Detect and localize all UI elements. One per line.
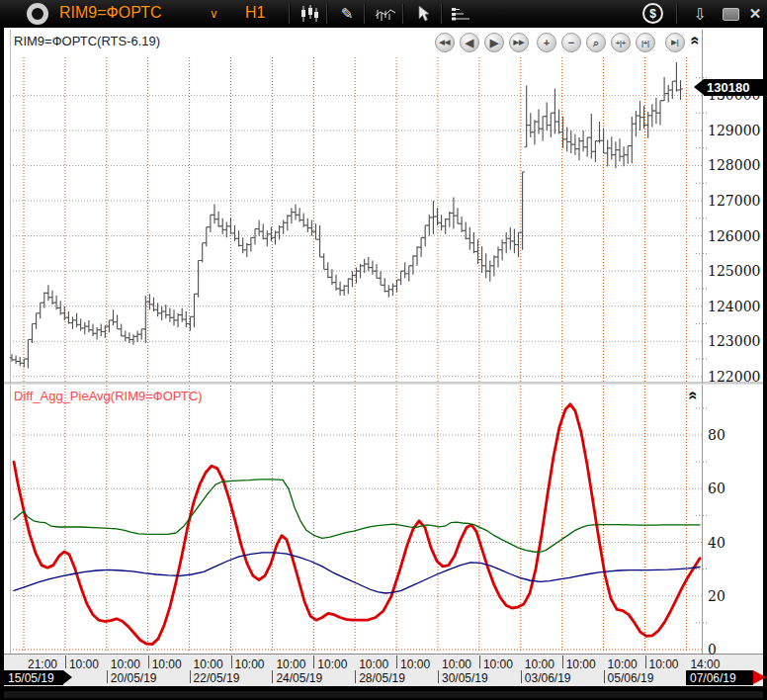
time-axis-tick xyxy=(562,656,563,668)
toolbar-separator xyxy=(364,4,366,24)
collapse-pane-icon[interactable]: » xyxy=(685,388,701,403)
time-axis-label: 10:00 xyxy=(359,657,388,671)
indicator-axis-label: 60 xyxy=(708,481,725,496)
window-bottom-edge xyxy=(4,691,763,698)
toolbar-separator xyxy=(326,4,328,24)
maximize-icon[interactable] xyxy=(723,8,739,21)
date-axis-label: 28/05/19 xyxy=(359,671,405,685)
levels-icon[interactable] xyxy=(447,3,474,25)
dollar-icon[interactable]: $ xyxy=(642,3,663,24)
indicator-axis-label: 20 xyxy=(708,588,725,604)
candlestick-chart-icon[interactable] xyxy=(296,3,323,25)
toolbar-separator xyxy=(441,4,443,24)
date-axis-label: 03/06/19 xyxy=(525,671,571,685)
price-axis-label: 122000 xyxy=(708,369,760,385)
download-arrow-icon[interactable]: ⇩ xyxy=(686,3,714,25)
price-axis-label: 128000 xyxy=(708,157,760,173)
time-axis-label: 10:00 xyxy=(400,657,430,671)
time-axis-tick xyxy=(645,656,646,668)
time-axis-tick xyxy=(65,656,66,668)
indicator-axis-label: 0 xyxy=(708,642,717,657)
price-axis-label: 124000 xyxy=(708,299,760,314)
price-axis-label: 127000 xyxy=(708,193,760,209)
time-axis-label: 14:00 xyxy=(690,657,720,671)
date-axis-label: 05/06/19 xyxy=(608,671,654,685)
toolbar-separator xyxy=(676,4,678,24)
date-axis-tick xyxy=(521,670,522,683)
title-bar: RIM9=ФОРТС ∨ H1 ✎ xyxy=(0,0,767,29)
date-axis-tick xyxy=(355,670,356,683)
main-pane-title: RIM9=ФОРТС(RTS-6.19) xyxy=(14,34,160,48)
time-axis-tick xyxy=(396,656,397,668)
toolbar-separator xyxy=(402,4,404,24)
time-axis-label: 10:00 xyxy=(442,657,471,671)
chevron-down-icon[interactable]: ∨ xyxy=(210,7,218,21)
price-axis-label: 123000 xyxy=(708,333,760,349)
time-axis-label: 10:00 xyxy=(111,657,140,671)
date-badge-start: 15/05/19 xyxy=(4,670,63,685)
time-axis-label: 10:00 xyxy=(317,657,347,671)
app-logo-ring-icon xyxy=(27,3,48,25)
date-axis-label: 30/05/19 xyxy=(442,671,488,685)
time-axis-label: 10:00 xyxy=(194,657,223,671)
chart-surface[interactable] xyxy=(4,28,763,654)
time-axis-tick xyxy=(148,656,149,668)
compress-horizontal-button[interactable]: +|+ xyxy=(611,33,631,52)
toolbar-separator xyxy=(289,4,291,24)
date-badge-red-arrow-icon xyxy=(753,670,766,684)
time-axis-label: 10:00 xyxy=(649,657,679,671)
date-axis-tick xyxy=(272,670,273,683)
price-axis-label: 126000 xyxy=(708,228,760,244)
collapse-pane-icon[interactable]: » xyxy=(687,33,703,48)
zoom-in-button[interactable]: + xyxy=(537,33,556,52)
time-axis-label: 10:00 xyxy=(152,657,182,671)
zoom-box-button[interactable]: ⌕ xyxy=(586,33,606,52)
zoom-out-button[interactable]: − xyxy=(561,33,581,52)
step-back-button[interactable]: ◀ xyxy=(460,33,479,52)
date-axis-label: 20/05/19 xyxy=(111,671,157,685)
time-axis-tick xyxy=(231,656,232,668)
fast-forward-button[interactable]: ▶▶ xyxy=(509,33,529,52)
time-axis-label: 21:00 xyxy=(28,657,57,671)
close-icon[interactable]: ✕ xyxy=(741,3,767,25)
step-forward-button[interactable]: ▶ xyxy=(484,33,504,52)
date-axis-tick xyxy=(438,670,439,683)
indicator-icon[interactable] xyxy=(372,3,399,25)
date-badge-end: 07/06/19 xyxy=(686,670,753,685)
price-axis-label: 125000 xyxy=(708,263,760,279)
date-axis-tick xyxy=(107,670,108,683)
date-axis-label: 22/05/19 xyxy=(194,671,240,685)
fast-back-button[interactable]: ◀◀ xyxy=(435,33,455,52)
chart-window: RIM9=ФОРТС ∨ H1 ✎ xyxy=(0,0,767,700)
time-axis-label: 10:00 xyxy=(235,657,265,671)
price-marker-arrow-icon xyxy=(694,79,704,95)
date-axis-tick xyxy=(190,670,191,683)
date-axis-label: 24/05/19 xyxy=(276,671,322,685)
time-axis-tick xyxy=(313,656,314,668)
indicator-pane-title: Diff_Agg_PieAvg(RIM9=ФОРТС) xyxy=(14,389,203,403)
time-axis-label: 10:00 xyxy=(276,657,305,671)
time-axis-label: 10:00 xyxy=(69,657,99,671)
time-axis-label: 10:00 xyxy=(608,657,638,671)
time-axis-tick xyxy=(479,656,480,668)
instrument-symbol[interactable]: RIM9=ФОРТС xyxy=(59,4,161,22)
price-axis-label: 129000 xyxy=(708,123,760,138)
date-badge-arrow-icon xyxy=(63,670,72,684)
timeframe-label[interactable]: H1 xyxy=(245,4,265,22)
date-axis-tick xyxy=(604,670,605,683)
time-axis-label: 10:00 xyxy=(566,657,596,671)
go-to-end-button[interactable]: ▶| xyxy=(665,33,685,52)
cursor-icon[interactable] xyxy=(409,3,437,25)
time-axis-label: 10:00 xyxy=(483,657,513,671)
pencil-icon[interactable]: ✎ xyxy=(333,3,361,25)
time-axis-label: 10:00 xyxy=(525,657,554,671)
indicator-axis-label: 40 xyxy=(708,535,725,551)
current-price-badge: 130180 xyxy=(704,79,764,96)
compress-vertical-button[interactable]: |+| xyxy=(636,33,655,52)
indicator-axis-label: 80 xyxy=(708,427,725,443)
